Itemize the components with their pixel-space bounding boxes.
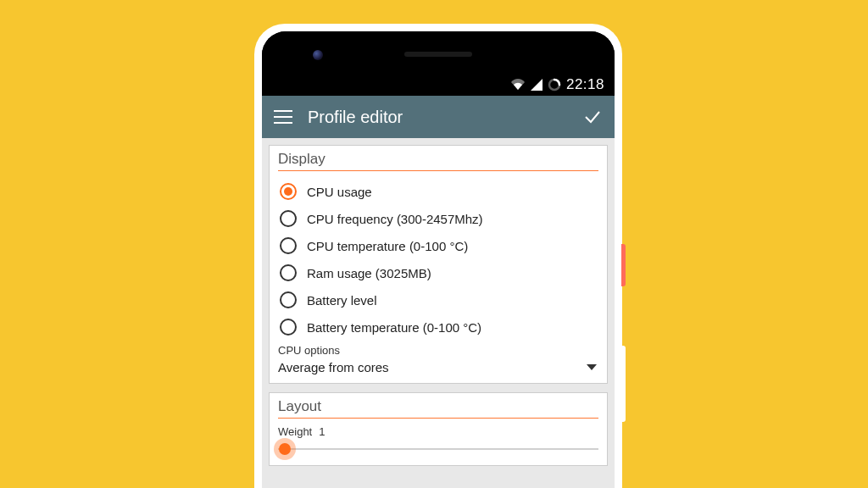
display-option[interactable]: Battery level bbox=[278, 286, 598, 313]
radio-icon bbox=[280, 291, 297, 308]
wifi-icon bbox=[510, 79, 526, 91]
radio-icon bbox=[280, 210, 297, 227]
display-option[interactable]: Battery temperature (0-100 °C) bbox=[278, 313, 598, 341]
cpu-options-dropdown[interactable]: Average from cores bbox=[278, 357, 598, 376]
chevron-down-icon bbox=[587, 364, 597, 370]
display-option-label: Battery temperature (0-100 °C) bbox=[307, 320, 481, 335]
screen: 22:18 Profile editor Display CPU usageCP… bbox=[262, 31, 615, 488]
slider-track bbox=[278, 448, 598, 450]
display-option-label: CPU temperature (0-100 °C) bbox=[307, 239, 468, 253]
speaker-grille bbox=[404, 52, 472, 57]
content-area: Display CPU usageCPU frequency (300-2457… bbox=[262, 138, 615, 488]
action-bar: Profile editor bbox=[262, 96, 615, 138]
radio-icon bbox=[280, 319, 297, 336]
radio-icon bbox=[280, 264, 297, 281]
display-option-label: CPU frequency (300-2457Mhz) bbox=[307, 212, 483, 226]
radio-icon bbox=[280, 237, 297, 254]
loading-icon bbox=[548, 78, 561, 92]
display-option-label: Ram usage (3025MB) bbox=[307, 266, 431, 280]
display-option[interactable]: Ram usage (3025MB) bbox=[278, 259, 598, 286]
status-bar: 22:18 bbox=[262, 74, 615, 96]
cellular-icon bbox=[531, 79, 542, 91]
volume-button bbox=[621, 346, 626, 422]
slider-thumb[interactable] bbox=[274, 438, 296, 460]
layout-section-header: Layout bbox=[278, 398, 598, 419]
display-option[interactable]: CPU temperature (0-100 °C) bbox=[278, 232, 598, 259]
phone-bezel-top bbox=[262, 31, 615, 74]
weight-slider[interactable] bbox=[278, 440, 598, 458]
weight-label: Weight bbox=[278, 425, 312, 438]
display-option-label: Battery level bbox=[307, 293, 377, 308]
display-section-header: Display bbox=[278, 151, 598, 171]
layout-section: Layout Weight 1 bbox=[269, 392, 608, 466]
weight-row: Weight 1 bbox=[278, 425, 598, 438]
display-option[interactable]: CPU frequency (300-2457Mhz) bbox=[278, 205, 598, 232]
display-section: Display CPU usageCPU frequency (300-2457… bbox=[269, 145, 608, 384]
front-camera bbox=[313, 50, 323, 60]
app-bar-title: Profile editor bbox=[308, 108, 567, 127]
cpu-options-value: Average from cores bbox=[278, 360, 389, 374]
radio-icon bbox=[280, 183, 297, 200]
cpu-options-label: CPU options bbox=[278, 344, 598, 357]
power-button bbox=[621, 244, 626, 286]
phone-frame: 22:18 Profile editor Display CPU usageCP… bbox=[254, 24, 622, 488]
weight-value: 1 bbox=[319, 425, 325, 438]
display-option-label: CPU usage bbox=[307, 185, 372, 199]
status-time: 22:18 bbox=[566, 76, 604, 93]
menu-icon[interactable] bbox=[274, 110, 292, 124]
confirm-icon[interactable] bbox=[582, 107, 603, 127]
display-option[interactable]: CPU usage bbox=[278, 178, 598, 205]
